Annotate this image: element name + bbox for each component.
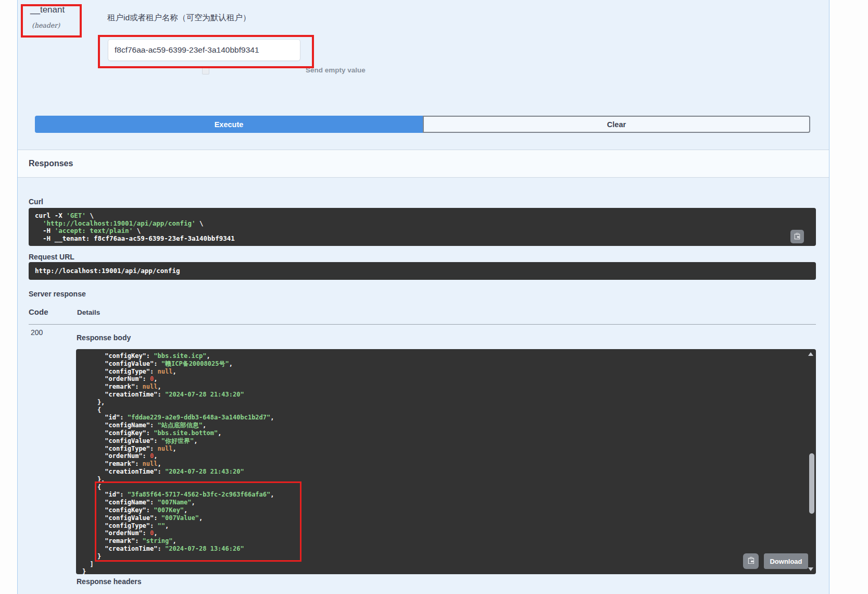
code-column-header: Code — [29, 307, 48, 316]
curl-copy-button[interactable] — [790, 230, 804, 243]
request-url-block: http://localhost:19001/api/app/config — [29, 262, 816, 280]
request-url-label: Request URL — [29, 253, 74, 261]
api-operation-block: __tenant (header) 租户id或者租户名称（可空为默认租户） Se… — [17, 0, 829, 594]
download-button[interactable]: Download — [764, 553, 808, 569]
response-body-block: "configKey": "bbs.site.icp", "configValu… — [76, 349, 816, 574]
clear-button[interactable]: Clear — [423, 116, 810, 133]
curl-label: Curl — [29, 197, 43, 206]
response-headers-label: Response headers — [77, 577, 142, 586]
execute-button[interactable]: Execute — [35, 116, 423, 133]
response-copy-button[interactable] — [743, 553, 759, 569]
copy-to-clipboard-icon — [794, 232, 801, 241]
details-column-header: Details — [77, 308, 100, 316]
responses-section-header — [18, 150, 829, 178]
response-body-label: Response body — [77, 333, 131, 342]
parameter-location: (header) — [32, 21, 60, 29]
tenant-input[interactable] — [108, 39, 300, 61]
status-code: 200 — [31, 328, 43, 337]
parameter-name: __tenant — [30, 5, 65, 15]
send-empty-value-checkbox[interactable] — [202, 67, 209, 75]
scrollbar-thumb[interactable] — [809, 453, 814, 514]
responses-title: Responses — [29, 159, 73, 168]
scrollbar-down-arrow-icon[interactable] — [808, 567, 813, 571]
swagger-page: __tenant (header) 租户id或者租户名称（可空为默认租户） Se… — [0, 0, 868, 594]
server-response-label: Server response — [29, 290, 86, 298]
response-body-code: "configKey": "bbs.site.icp", "configValu… — [76, 349, 816, 574]
copy-to-clipboard-icon — [747, 556, 755, 566]
curl-code-block: curl -X 'GET' \ 'http://localhost:19001/… — [29, 208, 816, 246]
response-table-divider — [29, 324, 816, 325]
curl-command-code: curl -X 'GET' \ 'http://localhost:19001/… — [29, 208, 816, 247]
parameter-description: 租户id或者租户名称（可空为默认租户） — [107, 13, 251, 23]
scrollbar-up-arrow-icon[interactable] — [808, 352, 813, 356]
request-url-code: http://localhost:19001/api/app/config — [29, 262, 816, 279]
send-empty-value-label: Send empty value — [306, 66, 366, 74]
